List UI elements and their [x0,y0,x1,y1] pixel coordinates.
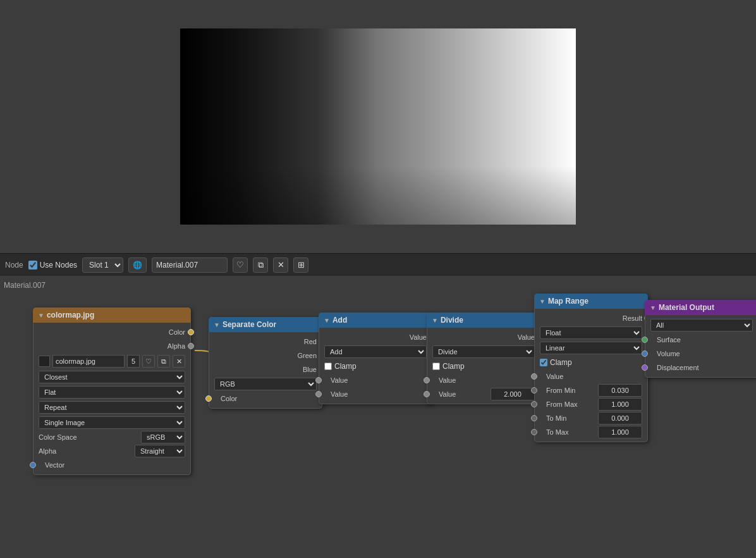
link-icon: ⊞ [298,260,305,270]
node-maprange-result-row: Result [535,311,647,325]
socket-colormap-color-out[interactable] [188,329,194,335]
socket-output-displacement-in[interactable] [642,364,648,371]
socket-colormap-vector-in[interactable] [30,462,36,468]
socket-divide-val1-in[interactable] [424,377,430,383]
node-colormap-color-label: Color [39,328,185,336]
gradient-preview [180,28,576,225]
close-button[interactable]: ✕ [273,257,288,273]
node-colormap-img-name[interactable]: colormap.jpg [52,355,125,368]
socket-add-val2-in[interactable] [315,391,322,397]
node-add-clamp-checkbox[interactable] [324,363,332,370]
node-colormap-img-num[interactable]: 5 [127,355,140,368]
node-separate-color-in-row: Color [209,392,322,406]
socket-maprange-tomax-in[interactable] [531,429,537,435]
node-maprange-frommin-row: From Min [535,383,647,397]
node-maprange-value-row: Value [535,369,647,383]
node-divide-clamp-checkbox[interactable] [432,363,440,370]
node-colormap-projection-row: Flat [34,385,190,400]
node-separate-green-label: Green [214,352,317,359]
node-output-displacement-row: Displacement [645,361,756,375]
node-colormap-del-btn[interactable]: ✕ [173,355,185,368]
socket-colormap-alpha-out[interactable] [188,343,194,349]
node-separate-rgb-select[interactable]: RGB [214,378,317,390]
node-maprange-value-label: Value [540,373,642,380]
node-colormap-header[interactable]: ▼ colormap.jpg [33,307,191,323]
node-maprange-clamp-checkbox[interactable] [540,359,547,366]
socket-output-surface-in[interactable] [642,337,648,343]
node-colormap-copy-btn[interactable]: ⧉ [157,355,170,368]
pin-button[interactable]: ♡ [233,257,248,273]
node-colormap-vector-row: Vector [34,458,190,472]
node-add-chevron: ▼ [324,317,330,324]
node-separate-chevron: ▼ [214,321,220,328]
preview-area [0,0,756,253]
node-maprange-frommin-input[interactable] [598,384,642,397]
node-separate-rgb-row: RGB [209,376,322,392]
node-output-header[interactable]: ▼ Material Output [645,300,756,315]
socket-maprange-frommin-in[interactable] [531,387,537,394]
node-add-clamp-row: Clamp [319,359,432,373]
node-colormap-alpha-label: Alpha [39,342,185,350]
socket-maprange-tomin-in[interactable] [531,415,537,421]
node-divide-value2-row: Value [427,387,540,401]
socket-divide-val2-in[interactable] [424,391,430,397]
socket-separate-color-in[interactable] [205,395,212,402]
node-add: ▼ Add Value Add Clamp Value [319,313,432,404]
node-maprange-tomin-input[interactable] [598,412,642,425]
node-output-title: Material Output [659,303,714,312]
node-maprange-float-select[interactable]: Float [540,326,642,339]
material-name-input[interactable] [152,257,228,273]
node-separate-color-label: Color [214,395,317,402]
node-output-body: All Surface Volume Displacement [645,315,756,378]
node-divide-clamp-label: Clamp [442,362,465,371]
socket-add-val1-in[interactable] [315,377,322,383]
node-colormap-fav-btn[interactable]: ♡ [142,355,155,368]
use-nodes-checkbox[interactable] [28,261,37,270]
node-colormap-body: Color Alpha colormap.jpg 5 ♡ ⧉ ✕ Closest [33,323,191,475]
node-add-header[interactable]: ▼ Add [319,313,432,328]
node-maprange-header[interactable]: ▼ Map Range [534,294,648,309]
node-maprange-chevron: ▼ [539,298,546,305]
node-separate-body: Red Green Blue RGB Color [209,332,322,409]
node-maprange-body: Result Float Linear Clamp [534,309,648,442]
node-add-operation-select[interactable]: Add [324,345,427,358]
node-maprange-tomin-label: To Min [540,414,598,422]
socket-output-volume-in[interactable] [642,350,648,357]
node-output-volume-label: Volume [650,350,753,357]
node-output-all-select[interactable]: All [650,319,753,332]
copy-button[interactable]: ⧉ [253,257,268,273]
node-separate-red-row: Red [209,335,322,349]
node-colormap-repeat-select[interactable]: Repeat [39,401,185,414]
node-output-surface-row: Surface [645,333,756,347]
toolbar: Node Use Nodes Slot 1 🌐 ♡ ⧉ ✕ ⊞ [0,253,756,276]
node-colormap-img-thumb [39,356,50,367]
node-maprange-tomax-input[interactable] [598,426,642,438]
node-maprange-frommax-input[interactable] [598,398,642,411]
node-colormap-alpha-select[interactable]: Straight [135,445,185,457]
socket-maprange-value-in[interactable] [531,373,537,380]
node-maprange-linear-select[interactable]: Linear [540,342,642,354]
node-divide-operation-select[interactable]: Divide [432,345,535,358]
node-divide-value2-input[interactable] [491,388,535,400]
globe-button[interactable]: 🌐 [128,257,147,273]
node-add-value1-row: Value [319,373,432,387]
node-maprange-clamp-label: Clamp [550,358,572,367]
slot-select[interactable]: Slot 1 [82,257,123,273]
node-colormap-colorspace-select[interactable]: sRGB [141,431,185,443]
node-colormap-img-row: colormap.jpg 5 ♡ ⧉ ✕ [34,353,190,369]
node-separate-header[interactable]: ▼ Separate Color [209,317,322,332]
node-colormap-singleimage-select[interactable]: Single Image [39,416,185,429]
node-maprange-frommax-row: From Max [535,397,647,411]
node-maprange-clamp-row: Clamp [535,356,647,369]
node-add-title: Add [332,316,347,325]
node-colormap-projection-select[interactable]: Flat [39,386,185,399]
link-button[interactable]: ⊞ [293,257,308,273]
use-nodes-group: Use Nodes [28,261,77,270]
node-colormap-colorspace-row: Color Space sRGB [34,430,190,444]
node-divide-header[interactable]: ▼ Divide [427,313,540,328]
node-maprange-linear-row: Linear [535,340,647,356]
node-output-all-row: All [645,318,756,333]
node-colormap-extension-row: Closest [34,369,190,385]
socket-maprange-frommax-in[interactable] [531,401,537,407]
node-colormap-extension-select[interactable]: Closest [39,371,185,383]
